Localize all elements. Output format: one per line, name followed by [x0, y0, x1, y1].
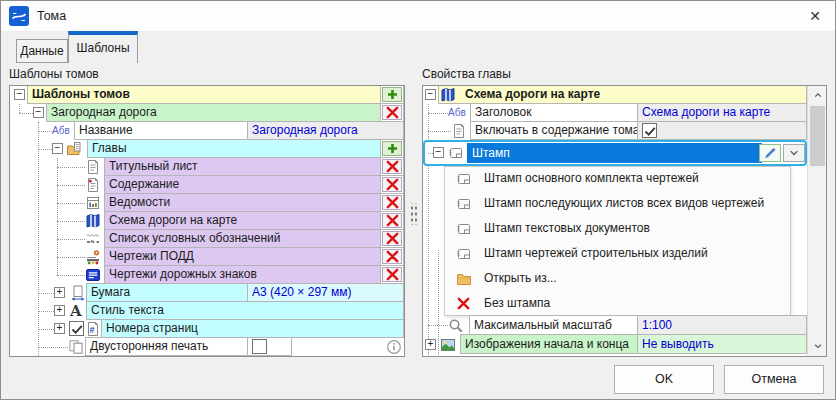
traffic-icon [85, 249, 107, 265]
checkbox[interactable] [252, 339, 267, 354]
60-icon [28, 284, 50, 300]
tree-row[interactable]: Титульный лист [10, 158, 404, 176]
title-bar[interactable]: Тома ✕ [1, 1, 835, 32]
delete-button[interactable] [382, 267, 402, 282]
tab-templates[interactable]: Шаблоны [68, 31, 138, 63]
panel-splitter[interactable] [409, 203, 418, 225]
tree-row[interactable]: Загородная дорога− [10, 104, 404, 122]
property-name: Номера страниц [101, 319, 404, 338]
image-icon [440, 337, 462, 353]
list-item[interactable]: Штамп чертежей строительных изделий [423, 241, 807, 266]
list-item[interactable]: Штамп последующих листов всех видов черт… [423, 191, 807, 216]
checkbox[interactable] [69, 321, 84, 336]
tree-row[interactable]: Ведомости [10, 194, 404, 212]
xmark-icon [456, 296, 478, 312]
property-name: Включать в содержание тома [470, 121, 638, 140]
property-name: Титульный лист [104, 157, 381, 176]
close-icon[interactable]: ✕ [797, 1, 833, 31]
action-cell [380, 193, 404, 212]
list-item[interactable]: Открыть из... [423, 266, 807, 291]
75-icon [28, 266, 50, 282]
tree-row[interactable]: Изображения начала и конца+Не выводить [423, 335, 807, 354]
tree-row[interactable]: НазваниеАбвЗагородная дорога [10, 122, 404, 140]
list-item[interactable]: Без штампа [423, 291, 807, 316]
collapse-icon[interactable]: − [52, 143, 63, 154]
tree-row[interactable]: Максимальный масштаб1:100 [423, 316, 807, 335]
property-name: Шаблоны томов [27, 85, 381, 104]
delete-button[interactable] [382, 213, 402, 228]
delete-button[interactable] [382, 105, 402, 120]
list-item-label: Штамп чертежей строительных изделий [484, 241, 708, 266]
expand-icon[interactable]: + [425, 339, 436, 350]
75-icon [28, 248, 50, 264]
action-cell [380, 157, 404, 176]
tree-row[interactable]: Стиль текста+A [10, 302, 404, 320]
delete-button[interactable] [382, 159, 402, 174]
add-button[interactable] [382, 141, 402, 156]
sign-icon [85, 267, 107, 283]
scroll-thumb[interactable] [810, 106, 825, 166]
property-name: Чертежи ПОДД [104, 247, 381, 266]
expand-icon[interactable]: + [54, 287, 65, 298]
property-value[interactable]: 1:100 [637, 315, 807, 335]
ok-button[interactable]: OK [614, 365, 714, 394]
scrollbar[interactable] [807, 86, 827, 356]
scroll-up-button[interactable] [808, 86, 827, 103]
tree-row[interactable]: Список условных обозначений [10, 230, 404, 248]
property-name: Двусторонняя печать [85, 337, 248, 356]
property-name: Изображения начала и конца [460, 334, 638, 354]
property-value[interactable] [247, 337, 292, 356]
property-value[interactable] [637, 121, 807, 140]
scroll-down-button[interactable] [808, 337, 827, 354]
75-icon [28, 158, 50, 174]
tree-row[interactable]: Главы− [10, 140, 404, 158]
add-button[interactable] [382, 87, 402, 102]
expand-icon[interactable]: + [54, 323, 65, 334]
collapse-icon[interactable]: − [433, 147, 444, 158]
edit-button[interactable] [759, 144, 781, 162]
property-value[interactable]: Загородная дорога [247, 121, 404, 140]
tree-connector [57, 167, 85, 168]
75-icon [28, 212, 50, 228]
property-name[interactable]: Штамп [467, 143, 762, 163]
collapse-icon[interactable]: − [14, 89, 25, 100]
tree-row[interactable]: Шаблоны томов− [10, 86, 404, 104]
tree-row[interactable]: Чертежи дорожных знаков [10, 266, 404, 284]
tree-row[interactable]: Схема дороги на карте [10, 212, 404, 230]
property-value[interactable]: Не выводить [637, 334, 807, 354]
tab-data[interactable]: Данные [16, 39, 68, 63]
tree-connector [57, 221, 85, 222]
dropdown-button[interactable] [783, 144, 805, 162]
tree-row[interactable]: Включать в содержание тома [423, 122, 807, 140]
tree-row[interactable]: ЗаголовокАбвСхема дороги на карте [423, 104, 807, 122]
tree-row[interactable]: Содержание [10, 176, 404, 194]
collapse-icon[interactable]: − [425, 89, 436, 100]
action-cell [380, 85, 404, 104]
cancel-button[interactable]: Отмена [724, 365, 824, 394]
tree-row[interactable]: Номера страниц+# [10, 320, 404, 338]
tree-row[interactable]: Бумага+А3 (420 × 297 мм) [10, 284, 404, 302]
list-item[interactable]: Штамп основного комплекта чертежей [423, 166, 807, 191]
folder-page-icon [66, 141, 88, 157]
tree-row[interactable]: Схема дороги на карте− [423, 86, 807, 104]
delete-button[interactable] [382, 231, 402, 246]
expand-icon[interactable]: + [54, 305, 65, 316]
svg-text:#: # [90, 325, 95, 335]
page-red-icon [85, 177, 107, 193]
collapse-icon[interactable]: − [33, 107, 44, 118]
tree-connector [57, 257, 85, 258]
checkbox[interactable] [642, 123, 657, 138]
list-item[interactable]: Штамп текстовых документов [423, 216, 807, 241]
paper-icon [70, 285, 92, 301]
delete-button[interactable] [382, 249, 402, 264]
delete-button[interactable] [382, 177, 402, 192]
delete-button[interactable] [382, 195, 402, 210]
tree-row[interactable]: Чертежи ПОДД [10, 248, 404, 266]
property-value[interactable]: А3 (420 × 297 мм) [247, 283, 404, 302]
action-cell [380, 229, 404, 248]
tree-row[interactable]: Двусторонняя печать [10, 338, 404, 356]
property-value[interactable]: Схема дороги на карте [637, 103, 807, 122]
tree-row[interactable]: −Штамп [423, 140, 807, 166]
stamp-icon [456, 221, 478, 237]
volume-templates-tree: Шаблоны томов−Загородная дорога−Название… [9, 85, 405, 357]
